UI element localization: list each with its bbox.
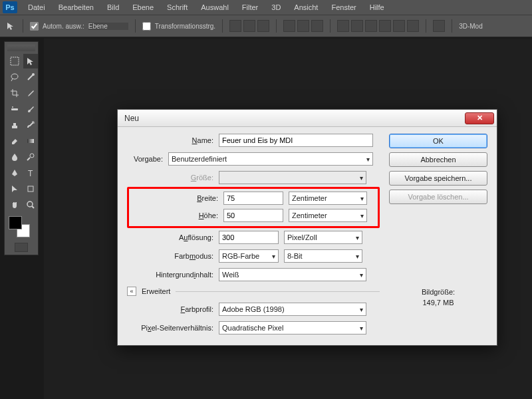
distribute-icon[interactable] — [337, 20, 349, 32]
path-selection-tool-icon[interactable] — [7, 182, 22, 196]
align-icon[interactable] — [257, 20, 269, 32]
resolution-input[interactable] — [219, 231, 279, 244]
align-icon[interactable] — [297, 20, 309, 32]
menu-bar: Ps Datei Bearbeiten Bild Ebene Schrift A… — [0, 0, 532, 15]
size-dropdown — [219, 171, 366, 184]
height-unit-dropdown[interactable]: Zentimeter — [289, 209, 367, 222]
height-input[interactable] — [223, 209, 283, 222]
advanced-label: Erweitert — [142, 287, 170, 295]
svg-point-8 — [30, 154, 34, 158]
colormode-dropdown[interactable]: RGB-Farbe — [219, 249, 279, 263]
mode-3d-label[interactable]: 3D-Mod — [459, 23, 483, 30]
separator — [452, 19, 452, 33]
resolution-unit-dropdown[interactable]: Pixel/Zoll — [284, 231, 362, 244]
svg-rect-5 — [12, 126, 17, 128]
pixelaspect-dropdown[interactable]: Quadratische Pixel — [219, 321, 366, 334]
save-preset-button[interactable]: Vorgabe speichern... — [389, 171, 487, 186]
gradient-tool-icon[interactable] — [23, 134, 38, 148]
distribute-icon[interactable] — [379, 20, 391, 32]
pen-tool-icon[interactable] — [7, 166, 22, 180]
healing-brush-tool-icon[interactable] — [7, 102, 22, 116]
preset-dropdown[interactable]: Benutzerdefiniert — [168, 152, 373, 166]
hand-tool-icon[interactable] — [7, 198, 22, 212]
menu-view[interactable]: Ansicht — [287, 1, 325, 13]
type-tool-icon[interactable]: T — [23, 166, 38, 180]
marquee-tool-icon[interactable] — [7, 54, 22, 68]
align-icon[interactable] — [243, 20, 255, 32]
colordepth-dropdown[interactable]: 8-Bit — [284, 249, 362, 263]
distribute-icon[interactable] — [407, 20, 419, 32]
colorprofile-dropdown[interactable]: Adobe RGB (1998) — [219, 303, 366, 316]
collapse-icon: « — [127, 287, 136, 296]
pixelaspect-label: Pixel-Seitenverhältnis: — [127, 324, 213, 332]
bgcontent-dropdown[interactable]: Weiß — [219, 268, 366, 281]
screen-mode-group — [7, 243, 35, 252]
image-size-value: 149,7 MB — [389, 299, 487, 307]
color-swatch[interactable] — [7, 216, 35, 239]
distribute-icon[interactable] — [365, 20, 377, 32]
menu-file[interactable]: Datei — [21, 1, 52, 13]
arrange-icon[interactable] — [433, 20, 445, 32]
auto-select-label: Autom. ausw.: — [43, 23, 84, 30]
menu-help[interactable]: Hilfe — [363, 1, 391, 13]
quick-mask-icon[interactable] — [15, 243, 28, 252]
auto-select-checkbox[interactable] — [30, 22, 39, 31]
move-tool-icon — [5, 21, 16, 31]
separator — [330, 19, 331, 33]
width-label: Breite: — [132, 194, 218, 202]
advanced-section-toggle[interactable]: « Erweitert — [127, 287, 380, 296]
svg-point-2 — [32, 73, 35, 76]
distribute-icon[interactable] — [393, 20, 405, 32]
align-icon[interactable] — [283, 20, 295, 32]
shape-tool-icon[interactable] — [23, 182, 38, 196]
menu-layer[interactable]: Ebene — [126, 1, 160, 13]
close-button[interactable]: ✕ — [465, 112, 494, 124]
image-size-info: Bildgröße: 149,7 MB — [389, 288, 487, 307]
menu-image[interactable]: Bild — [100, 1, 126, 13]
auto-select-group: Autom. ausw.: Ebene — [30, 22, 128, 31]
magic-wand-tool-icon[interactable] — [23, 70, 38, 84]
menu-filter[interactable]: Filter — [235, 1, 265, 13]
lasso-tool-icon[interactable] — [7, 70, 22, 84]
align-icon[interactable] — [229, 20, 241, 32]
history-brush-tool-icon[interactable] — [23, 118, 38, 132]
distribute-icon[interactable] — [351, 20, 363, 32]
delete-preset-button: Vorgabe löschen... — [389, 190, 487, 204]
menu-select[interactable]: Auswahl — [194, 1, 235, 13]
width-input[interactable] — [223, 192, 283, 205]
foreground-color-swatch[interactable] — [9, 216, 22, 229]
eyedropper-tool-icon[interactable] — [23, 86, 38, 100]
zoom-tool-icon[interactable] — [23, 198, 38, 212]
clone-stamp-tool-icon[interactable] — [7, 118, 22, 132]
align-icon[interactable] — [311, 20, 323, 32]
auto-select-target-dropdown[interactable]: Ebene — [88, 23, 128, 30]
svg-rect-10 — [28, 186, 33, 192]
menu-3d[interactable]: 3D — [265, 1, 287, 13]
height-label: Höhe: — [132, 211, 218, 219]
blur-tool-icon[interactable] — [7, 150, 22, 164]
menu-window[interactable]: Fenster — [325, 1, 362, 13]
move-tool-icon[interactable] — [23, 54, 38, 68]
panel-grip[interactable] — [7, 45, 35, 51]
transform-controls-checkbox[interactable] — [142, 22, 151, 31]
menu-type[interactable]: Schrift — [160, 1, 194, 13]
svg-point-11 — [27, 201, 33, 207]
separator — [276, 19, 277, 33]
crop-tool-icon[interactable] — [7, 86, 22, 100]
brush-tool-icon[interactable] — [23, 102, 38, 116]
eraser-tool-icon[interactable] — [7, 134, 22, 148]
svg-rect-7 — [27, 139, 34, 143]
name-input[interactable] — [219, 134, 373, 147]
size-label: Größe: — [127, 174, 213, 182]
new-document-dialog: Neu ✕ Name: Vorgabe: Benutzerdefiniert G… — [117, 109, 497, 346]
menu-edit[interactable]: Bearbeiten — [52, 1, 100, 13]
width-unit-dropdown[interactable]: Zentimeter — [289, 192, 367, 205]
dialog-title: Neu — [124, 114, 139, 123]
svg-rect-6 — [13, 123, 16, 126]
ok-button[interactable]: OK — [389, 134, 487, 148]
dodge-tool-icon[interactable] — [23, 150, 38, 164]
app-logo: Ps — [3, 1, 17, 13]
svg-point-4 — [12, 106, 13, 108]
dialog-titlebar[interactable]: Neu ✕ — [118, 110, 497, 127]
cancel-button[interactable]: Abbrechen — [389, 152, 487, 167]
